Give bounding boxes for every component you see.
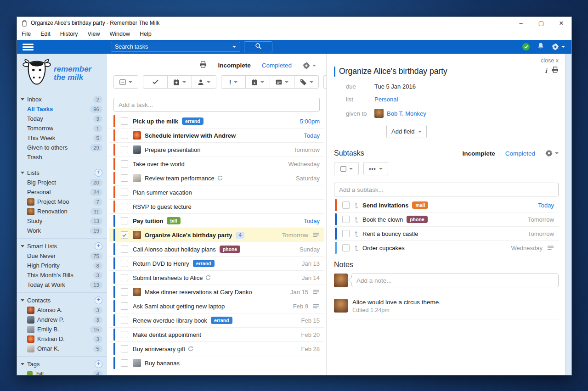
menu-window[interactable]: Window [109, 31, 130, 37]
sidebar-item-kristian-d-[interactable]: Kristian D.3 [17, 334, 107, 344]
task-row[interactable]: Make dentist appointmentFeb 20 [109, 328, 324, 342]
sidebar-item-project-moo[interactable]: Project Moo7 [17, 197, 107, 207]
sidebar-item-given-to-others[interactable]: Given to others29 [17, 143, 107, 152]
task-title[interactable]: Make dinner reservations at Gary Danko [145, 289, 252, 296]
move-to-list-button[interactable] [270, 75, 294, 89]
select-subtasks-button[interactable] [334, 162, 359, 175]
search-button[interactable] [244, 41, 272, 52]
note-entry[interactable]: Alice would love a circus theme.Edited 1… [334, 293, 559, 319]
priority-button[interactable]: ! [221, 75, 246, 89]
add-task-input[interactable] [113, 98, 320, 112]
task-row[interactable]: Prepare presentationTomorrow [109, 143, 324, 157]
task-title[interactable]: Renew overdue library book [133, 317, 207, 324]
sidebar-item-this-week[interactable]: This Week5 [17, 133, 107, 143]
task-checkbox[interactable] [121, 331, 128, 338]
hamburger-menu-icon[interactable] [23, 44, 34, 50]
due-date[interactable]: Today [304, 218, 324, 224]
task-checkbox[interactable] [121, 345, 128, 352]
task-title[interactable]: Pick up the milk [133, 118, 178, 125]
task-title[interactable]: Make dentist appointment [133, 331, 201, 338]
task-row[interactable]: Pay tuitionbillToday [109, 214, 324, 228]
due-date[interactable]: Today [304, 132, 324, 139]
tag-pill[interactable]: errand [193, 260, 215, 267]
tag-pill[interactable]: phone [407, 216, 428, 223]
due-date[interactable]: Saturday [296, 175, 324, 182]
sidebar-item-high-priority[interactable]: High Priority8 [17, 261, 107, 270]
task-row[interactable]: Ask Sami about getting new laptopFeb 9 [109, 299, 324, 313]
sidebar-item-emily-b-[interactable]: Emily B.15 [17, 324, 107, 334]
info-icon[interactable]: i [545, 67, 547, 74]
due-date[interactable]: 5:00pm [300, 118, 324, 125]
select-tasks-button[interactable] [113, 75, 138, 89]
due-date[interactable]: Tomorrow [528, 216, 559, 223]
task-checkbox[interactable] [342, 244, 350, 251]
tab-completed[interactable]: Completed [262, 62, 292, 69]
subtask-row[interactable]: Order cupcakesWednesday [334, 241, 559, 255]
task-checkbox[interactable] [121, 302, 128, 310]
sidebar-item-this-month-s-bills[interactable]: This Month's Bills3 [17, 270, 107, 280]
add-plus-icon[interactable]: + [95, 360, 102, 368]
task-checkbox[interactable] [121, 246, 128, 253]
sidebar-item-work[interactable]: Work19 [17, 226, 107, 235]
sidebar-item-today-at-work[interactable]: Today at Work13 [17, 280, 107, 290]
given-to-link[interactable]: Bob T. Monkey [387, 110, 426, 117]
tag-pill[interactable]: errand [211, 317, 232, 324]
due-date[interactable]: Tomorrow [528, 230, 559, 237]
search-dropdown-caret-icon[interactable] [232, 46, 236, 48]
sidebar-section-header-tags[interactable]: Tags+ [17, 359, 107, 369]
sidebar-section-header-contacts[interactable]: Contacts+ [17, 296, 107, 305]
due-date[interactable]: Today [538, 202, 559, 209]
task-checkbox[interactable] [342, 230, 350, 237]
sidebar-item-tomorrow[interactable]: Tomorrow1 [17, 123, 107, 133]
task-checkbox[interactable] [121, 231, 128, 239]
tab-incomplete[interactable]: Incomplete [218, 62, 250, 69]
sidebar-section-header-lists[interactable]: Lists+ [17, 168, 107, 178]
subtask-more-actions-button[interactable]: ••• [363, 162, 388, 175]
due-date[interactable]: Feb 28 [301, 346, 324, 352]
due-date[interactable]: Sunday [300, 246, 324, 253]
sidebar-item-study[interactable]: Study13 [17, 216, 107, 226]
subtasks-tab-incomplete[interactable]: Incomplete [462, 150, 495, 157]
due-date[interactable]: Wednesday [511, 245, 547, 251]
due-date-value[interactable]: Tue 5 Jan 2016 [374, 83, 416, 90]
due-date[interactable]: Wednesday [288, 161, 324, 168]
task-checkbox[interactable] [121, 203, 128, 210]
minimize-button[interactable]: – [511, 17, 531, 29]
sync-status-icon[interactable] [522, 43, 530, 50]
detail-task-title[interactable]: Organize Alice's birthday party [339, 67, 447, 76]
task-row[interactable]: Take over the worldWednesday [109, 157, 324, 171]
sidebar-item-all-tasks[interactable]: All Tasks96 [17, 104, 107, 114]
tag-pill[interactable]: errand [182, 117, 204, 125]
sidebar-item-trash[interactable]: Trash [17, 152, 107, 162]
collapse-triangle-icon[interactable] [21, 98, 24, 101]
subtasks-options-gear-button[interactable] [545, 150, 559, 157]
list-link[interactable]: Personal [374, 96, 398, 103]
due-date[interactable]: Jan 14 [302, 274, 324, 281]
sidebar-item-today[interactable]: Today3 [17, 114, 107, 123]
print-icon[interactable] [199, 61, 207, 70]
task-title[interactable]: Send invitations [362, 202, 408, 209]
task-checkbox[interactable] [121, 117, 128, 125]
tag-pill[interactable]: mail [412, 201, 428, 209]
menu-edit[interactable]: Edit [40, 31, 51, 37]
print-icon[interactable] [552, 67, 559, 75]
due-date[interactable]: Jan 13 [302, 260, 324, 267]
task-checkbox[interactable] [121, 260, 128, 267]
menu-view[interactable]: View [88, 31, 100, 37]
add-note-input[interactable] [351, 274, 559, 287]
task-checkbox[interactable] [121, 359, 128, 367]
menu-help[interactable]: Help [140, 31, 152, 37]
list-options-gear-button[interactable] [303, 62, 316, 69]
task-checkbox[interactable] [121, 288, 128, 296]
settings-gear-button[interactable] [552, 43, 565, 50]
postpone-due-date-button[interactable] [167, 75, 192, 89]
due-date[interactable]: Jan 15 [290, 289, 313, 296]
sidebar-item-due-never[interactable]: Due Never75 [17, 251, 107, 261]
task-checkbox[interactable] [342, 201, 350, 209]
sidebar-item-alonso-a-[interactable]: Alonso A.3 [17, 305, 107, 315]
collapse-triangle-icon[interactable] [21, 299, 24, 302]
sidebar-section-header-smart-lists[interactable]: Smart Lists+ [17, 241, 107, 251]
task-title[interactable]: Rent a bouncy castle [362, 230, 418, 237]
sidebar-item-andrew-p-[interactable]: Andrew P.3 [17, 315, 107, 324]
task-checkbox[interactable] [121, 217, 128, 224]
